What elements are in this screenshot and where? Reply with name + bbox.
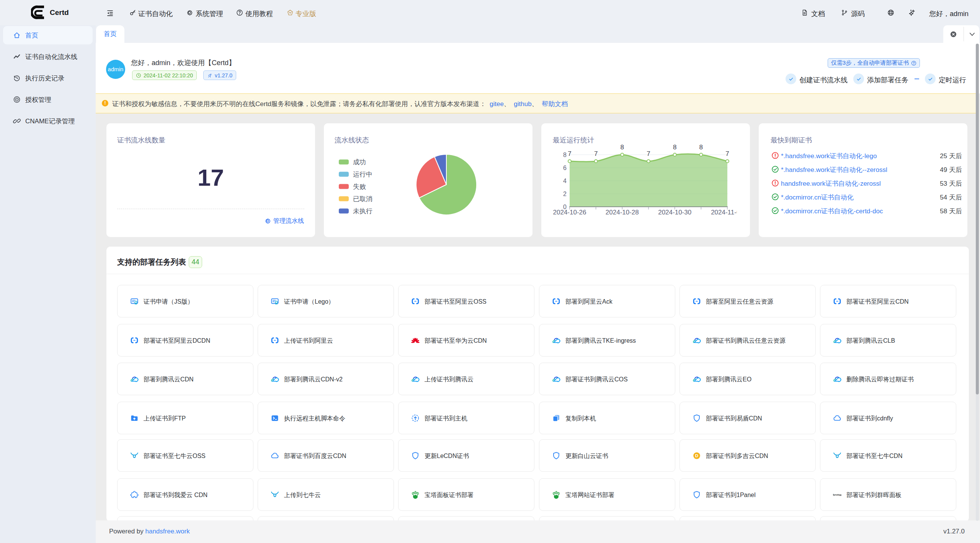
svg-text:2024-10-26: 2024-10-26	[553, 209, 586, 216]
svg-text:8: 8	[673, 144, 676, 151]
svg-text:失败: 失败	[353, 183, 366, 190]
svg-text:8: 8	[621, 144, 624, 151]
svg-text:未执行: 未执行	[353, 208, 372, 215]
svg-text:成功: 成功	[353, 159, 366, 166]
svg-text:7: 7	[568, 150, 571, 157]
svg-text:2024-11-01: 2024-11-01	[711, 209, 737, 216]
svg-text:Synology: Synology	[833, 494, 841, 496]
svg-text:7: 7	[647, 150, 650, 157]
svg-text:4: 4	[563, 178, 567, 184]
svg-text:6: 6	[563, 165, 567, 171]
svg-text:已取消: 已取消	[353, 195, 372, 203]
svg-text:运行中: 运行中	[353, 171, 372, 178]
svg-text:D: D	[695, 453, 698, 458]
svg-text:8: 8	[563, 152, 567, 158]
svg-text:2024-10-28: 2024-10-28	[606, 209, 639, 216]
svg-text:2024-10-30: 2024-10-30	[658, 209, 691, 216]
svg-text:2: 2	[563, 191, 567, 197]
svg-text:7: 7	[725, 150, 729, 157]
svg-text:8: 8	[699, 144, 703, 151]
svg-text:7: 7	[594, 150, 598, 157]
